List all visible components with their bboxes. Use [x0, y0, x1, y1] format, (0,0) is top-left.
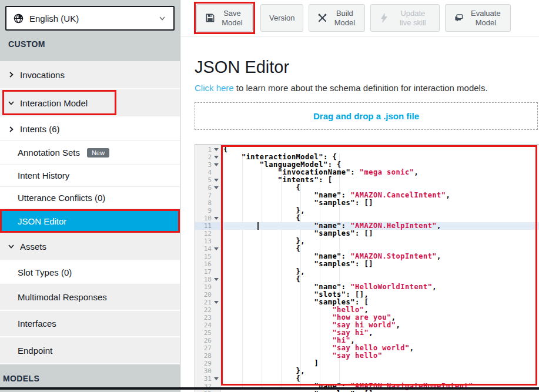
sidebar-item-label: Assets: [20, 242, 46, 252]
line-number: 24: [195, 321, 220, 329]
line-number: 27: [195, 344, 220, 352]
fold-arrow-icon[interactable]: [214, 156, 219, 159]
app-window: English (UK) CUSTOM Invocations Interact…: [0, 0, 539, 392]
button-label: Evaluate Model: [469, 9, 502, 27]
sidebar-item-label: Endpoint: [7, 346, 52, 356]
schema-description: Click here to learn more about the schem…: [195, 83, 539, 93]
save-icon: [205, 13, 215, 23]
globe-icon: [14, 14, 24, 24]
line-number: 9: [195, 207, 220, 215]
sidebar-item-utterance-conflicts[interactable]: Utterance Conflicts (0): [0, 187, 180, 209]
window-bottom-edge: [0, 387, 539, 390]
sidebar-item-intent-history[interactable]: Intent History: [0, 165, 180, 187]
sidebar-item-label: Invocations: [20, 70, 65, 80]
chevron-down-icon: [7, 99, 15, 107]
sidebar-item-annotation-sets[interactable]: Annotation Sets New: [0, 141, 180, 165]
line-number: 11: [195, 222, 220, 230]
line-number: 8: [195, 199, 220, 207]
line-number: 4: [195, 169, 220, 176]
section-header-custom: CUSTOM: [5, 31, 175, 49]
save-model-button[interactable]: Save Model: [196, 4, 253, 32]
page-title: JSON Editor: [195, 58, 539, 77]
sidebar-item-label: Slot Types (0): [18, 267, 72, 277]
fold-arrow-icon[interactable]: [214, 148, 219, 151]
sidebar-item-interaction-model[interactable]: Interaction Model: [0, 89, 180, 118]
sidebar-item-assets[interactable]: Assets: [0, 233, 180, 261]
dropzone-label: Drag and drop a .json file: [313, 111, 419, 121]
main-content: JSON Editor Click here to learn more abo…: [181, 36, 539, 392]
fold-arrow-icon[interactable]: [214, 163, 219, 166]
evaluate-model-button[interactable]: Evaluate Model: [445, 4, 511, 32]
click-here-link[interactable]: Click here: [195, 83, 234, 93]
sidebar-item-label: Interfaces: [7, 319, 56, 329]
fold-arrow-icon[interactable]: [214, 179, 219, 182]
line-number: 21: [195, 299, 220, 306]
line-number: 6: [195, 184, 220, 192]
sidebar-item-label: Intent History: [18, 170, 69, 180]
fold-arrow-icon[interactable]: [214, 377, 219, 380]
lightning-bolt-icon: [379, 13, 389, 23]
sidebar-item-multimodal-responses[interactable]: Multimodal Responses: [0, 284, 180, 311]
line-number: 19: [195, 283, 220, 291]
sidebar-item-invocations[interactable]: Invocations: [0, 61, 180, 89]
sidebar-item-interfaces[interactable]: Interfaces: [0, 311, 180, 337]
sidebar-item-label: Multimodal Responses: [7, 292, 107, 302]
line-number: 31: [195, 375, 220, 383]
chevron-right-icon: [7, 71, 15, 79]
fold-arrow-icon[interactable]: [214, 278, 219, 281]
description-text: to learn more about the schema definitio…: [234, 83, 488, 93]
language-selector[interactable]: English (UK): [5, 6, 175, 31]
sidebar-item-label: Intents (6): [20, 124, 60, 134]
sidebar-item-intents[interactable]: Intents (6): [0, 118, 180, 141]
sidebar-item-endpoint[interactable]: Endpoint: [0, 337, 180, 364]
sidebar-item-json-editor[interactable]: JSON Editor: [0, 209, 180, 233]
editor-code[interactable]: { "interactionModel": { "languageModel":…: [221, 145, 539, 392]
toolbar: Save Model Version Build Model Update li…: [181, 0, 539, 36]
sidebar-top-band: English (UK) CUSTOM: [0, 0, 180, 61]
line-number: 13: [195, 237, 220, 245]
line-number: 12: [195, 230, 220, 237]
line-number: 16: [195, 260, 220, 268]
fold-arrow-icon[interactable]: [214, 217, 219, 220]
line-number: 25: [195, 329, 220, 337]
sidebar-item-label: JSON Editor: [18, 216, 66, 226]
editor-gutter[interactable]: 1234567891011121314151617181920212223242…: [195, 145, 221, 392]
sidebar-item-label: Utterance Conflicts (0): [18, 193, 105, 203]
line-number: 3: [195, 161, 220, 169]
line-number: 26: [195, 337, 220, 344]
line-number: 7: [195, 192, 220, 199]
chevron-down-icon: [158, 14, 166, 22]
fold-arrow-icon[interactable]: [214, 247, 219, 250]
json-dropzone[interactable]: Drag and drop a .json file: [195, 102, 538, 130]
line-number: 20: [195, 291, 220, 299]
button-label: Update live skill: [394, 9, 431, 27]
line-number: 28: [195, 352, 220, 360]
line-number: 5: [195, 176, 220, 184]
sidebar-item-label: Annotation Sets: [18, 148, 80, 158]
line-number: 17: [195, 268, 220, 276]
line-number: 29: [195, 360, 220, 367]
line-number: 22: [195, 306, 220, 314]
line-number: 30: [195, 367, 220, 375]
line-number: 15: [195, 253, 220, 260]
line-number: 23: [195, 314, 220, 321]
language-selector-value: English (UK): [29, 14, 152, 24]
version-button[interactable]: Version: [260, 4, 303, 32]
button-label: Save Model: [220, 9, 244, 27]
fold-arrow-icon[interactable]: [214, 301, 219, 304]
fold-arrow-icon[interactable]: [214, 186, 219, 189]
line-number: 2: [195, 153, 220, 161]
line-number: 18: [195, 276, 220, 283]
json-code-editor[interactable]: 1234567891011121314151617181920212223242…: [195, 144, 539, 392]
sidebar-item-label: Interaction Model: [20, 98, 88, 108]
section-header-models: MODELS: [0, 364, 39, 383]
line-number: 14: [195, 245, 220, 253]
button-label: Build Model: [333, 9, 356, 27]
chat-bubble-icon: [454, 13, 464, 23]
build-tools-icon: [317, 13, 327, 23]
sidebar-item-slot-types[interactable]: Slot Types (0): [0, 261, 180, 284]
chevron-down-icon: [7, 242, 15, 250]
line-number: 1: [195, 146, 220, 153]
sidebar: English (UK) CUSTOM Invocations Interact…: [0, 0, 180, 392]
build-model-button[interactable]: Build Model: [309, 4, 365, 32]
